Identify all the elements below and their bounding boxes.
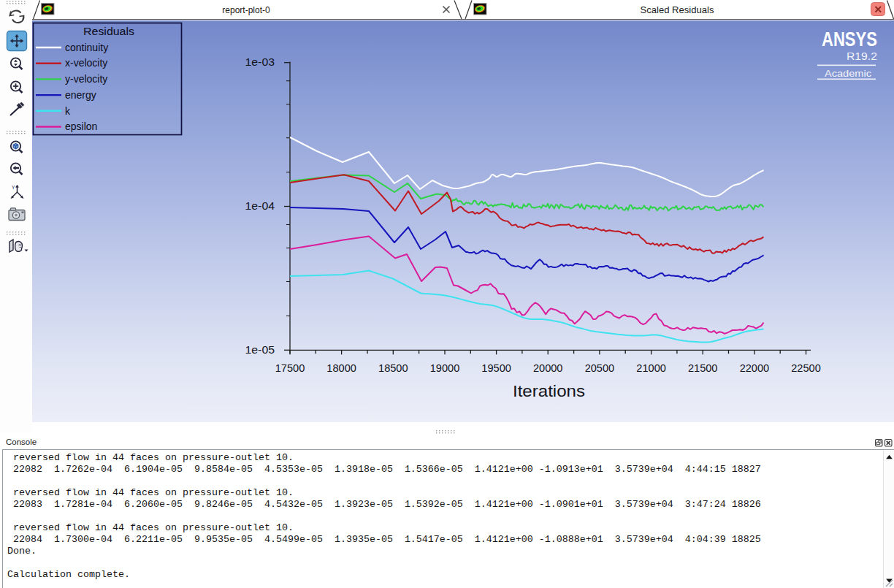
svg-text:1e-04: 1e-04: [245, 199, 275, 212]
svg-text:21500: 21500: [688, 362, 718, 374]
svg-text:21000: 21000: [636, 362, 666, 374]
svg-text:18500: 18500: [378, 362, 408, 374]
svg-text:energy: energy: [65, 89, 96, 101]
svg-text:k: k: [65, 105, 71, 117]
svg-text:19500: 19500: [481, 362, 511, 374]
svg-text:Residuals: Residuals: [83, 26, 134, 37]
svg-text:report-plot-0: report-plot-0: [222, 5, 270, 15]
svg-text:20000: 20000: [533, 362, 563, 374]
svg-text:R19.2: R19.2: [847, 50, 877, 62]
svg-text:epsilon: epsilon: [65, 121, 97, 132]
svg-text:19000: 19000: [430, 362, 460, 374]
svg-text:Y: Y: [12, 185, 15, 190]
svg-text:18000: 18000: [326, 362, 356, 374]
svg-text:Scaled Residuals: Scaled Residuals: [641, 5, 714, 15]
svg-text:Academic: Academic: [825, 68, 871, 79]
svg-text:y-velocity: y-velocity: [65, 73, 107, 85]
svg-text:ANSYS: ANSYS: [822, 28, 877, 50]
svg-text:continuity: continuity: [65, 42, 108, 53]
svg-text:17500: 17500: [275, 362, 305, 374]
svg-text:22000: 22000: [740, 362, 770, 374]
svg-text:1e-05: 1e-05: [245, 343, 275, 356]
svg-text:x-velocity: x-velocity: [65, 57, 107, 69]
svg-text:22500: 22500: [791, 362, 821, 374]
svg-text:Iterations: Iterations: [513, 382, 585, 400]
svg-text:1e-03: 1e-03: [245, 56, 275, 68]
svg-text:20500: 20500: [585, 362, 615, 374]
